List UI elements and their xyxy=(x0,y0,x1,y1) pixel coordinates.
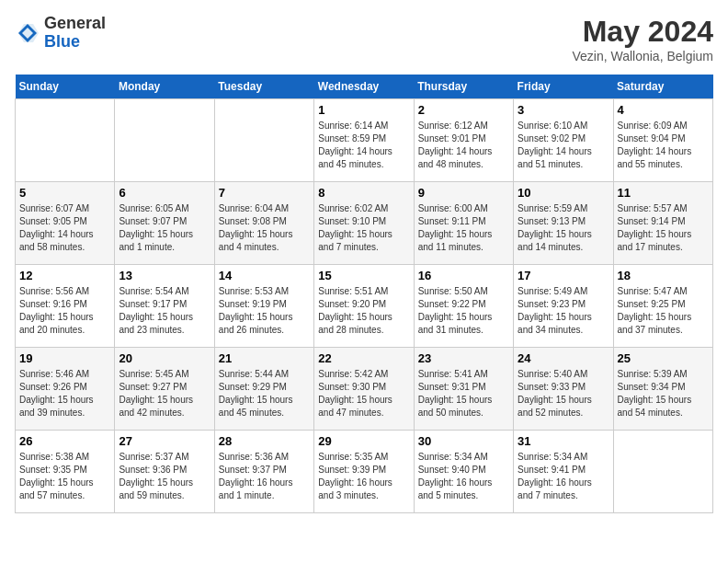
calendar-week-2: 5Sunrise: 6:07 AM Sunset: 9:05 PM Daylig… xyxy=(16,182,713,265)
day-info: Sunrise: 5:41 AM Sunset: 9:31 PM Dayligh… xyxy=(418,368,509,419)
calendar-header: SundayMondayTuesdayWednesdayThursdayFrid… xyxy=(16,75,713,99)
day-info: Sunrise: 6:05 AM Sunset: 9:07 PM Dayligh… xyxy=(119,202,210,254)
day-info: Sunrise: 6:12 AM Sunset: 9:01 PM Dayligh… xyxy=(418,120,509,171)
calendar-cell: 10Sunrise: 5:59 AM Sunset: 9:13 PM Dayli… xyxy=(514,182,613,265)
calendar-cell: 8Sunrise: 6:02 AM Sunset: 9:10 PM Daylig… xyxy=(314,182,414,265)
day-number: 5 xyxy=(19,186,110,200)
calendar-cell: 2Sunrise: 6:12 AM Sunset: 9:01 PM Daylig… xyxy=(414,99,513,182)
calendar-cell: 3Sunrise: 6:10 AM Sunset: 9:02 PM Daylig… xyxy=(514,99,613,182)
calendar-cell xyxy=(613,431,712,513)
calendar-cell: 31Sunrise: 5:34 AM Sunset: 9:41 PM Dayli… xyxy=(514,431,613,513)
day-info: Sunrise: 6:00 AM Sunset: 9:11 PM Dayligh… xyxy=(418,202,509,254)
day-number: 23 xyxy=(418,351,509,365)
day-info: Sunrise: 5:35 AM Sunset: 9:39 PM Dayligh… xyxy=(318,451,409,502)
day-info: Sunrise: 5:51 AM Sunset: 9:20 PM Dayligh… xyxy=(318,285,409,337)
day-info: Sunrise: 5:53 AM Sunset: 9:19 PM Dayligh… xyxy=(219,285,310,337)
day-number: 31 xyxy=(518,434,609,448)
day-number: 7 xyxy=(219,186,310,200)
calendar-cell: 21Sunrise: 5:44 AM Sunset: 9:29 PM Dayli… xyxy=(214,348,313,431)
day-info: Sunrise: 5:56 AM Sunset: 9:16 PM Dayligh… xyxy=(19,285,110,337)
day-info: Sunrise: 5:40 AM Sunset: 9:33 PM Dayligh… xyxy=(518,368,609,419)
calendar-cell: 29Sunrise: 5:35 AM Sunset: 9:39 PM Dayli… xyxy=(314,431,414,513)
logo: General Blue xyxy=(15,15,106,52)
day-number: 27 xyxy=(119,434,210,448)
weekday-header-thursday: Thursday xyxy=(414,75,513,99)
calendar-cell xyxy=(214,99,313,182)
day-info: Sunrise: 5:46 AM Sunset: 9:26 PM Dayligh… xyxy=(19,368,110,419)
day-number: 10 xyxy=(518,186,609,200)
day-info: Sunrise: 5:34 AM Sunset: 9:40 PM Dayligh… xyxy=(418,451,509,502)
weekday-header-monday: Monday xyxy=(115,75,214,99)
calendar-cell: 23Sunrise: 5:41 AM Sunset: 9:31 PM Dayli… xyxy=(414,348,513,431)
calendar-cell: 11Sunrise: 5:57 AM Sunset: 9:14 PM Dayli… xyxy=(613,182,712,265)
day-number: 1 xyxy=(318,103,409,117)
calendar-cell: 17Sunrise: 5:49 AM Sunset: 9:23 PM Dayli… xyxy=(514,265,613,348)
day-number: 8 xyxy=(318,186,409,200)
day-info: Sunrise: 6:14 AM Sunset: 8:59 PM Dayligh… xyxy=(318,120,409,171)
day-number: 20 xyxy=(119,351,210,365)
calendar-table: SundayMondayTuesdayWednesdayThursdayFrid… xyxy=(15,75,713,513)
calendar-cell: 28Sunrise: 5:36 AM Sunset: 9:37 PM Dayli… xyxy=(214,431,313,513)
calendar-week-5: 26Sunrise: 5:38 AM Sunset: 9:35 PM Dayli… xyxy=(16,431,713,513)
calendar-body: 1Sunrise: 6:14 AM Sunset: 8:59 PM Daylig… xyxy=(16,99,713,513)
weekday-header-wednesday: Wednesday xyxy=(314,75,414,99)
day-info: Sunrise: 5:39 AM Sunset: 9:34 PM Dayligh… xyxy=(618,368,709,419)
calendar-cell: 9Sunrise: 6:00 AM Sunset: 9:11 PM Daylig… xyxy=(414,182,513,265)
day-number: 3 xyxy=(518,103,609,117)
day-info: Sunrise: 5:45 AM Sunset: 9:27 PM Dayligh… xyxy=(119,368,210,419)
calendar-cell: 18Sunrise: 5:47 AM Sunset: 9:25 PM Dayli… xyxy=(613,265,712,348)
calendar-cell: 7Sunrise: 6:04 AM Sunset: 9:08 PM Daylig… xyxy=(214,182,313,265)
day-number: 13 xyxy=(119,269,210,282)
day-info: Sunrise: 6:09 AM Sunset: 9:04 PM Dayligh… xyxy=(618,120,709,171)
day-info: Sunrise: 6:04 AM Sunset: 9:08 PM Dayligh… xyxy=(219,202,310,254)
day-number: 22 xyxy=(318,351,409,365)
calendar-cell xyxy=(16,99,115,182)
calendar-cell: 24Sunrise: 5:40 AM Sunset: 9:33 PM Dayli… xyxy=(514,348,613,431)
day-number: 24 xyxy=(518,351,609,365)
logo-text-block: General Blue xyxy=(44,15,106,52)
day-info: Sunrise: 5:44 AM Sunset: 9:29 PM Dayligh… xyxy=(219,368,310,419)
day-info: Sunrise: 6:10 AM Sunset: 9:02 PM Dayligh… xyxy=(518,120,609,171)
day-info: Sunrise: 5:57 AM Sunset: 9:14 PM Dayligh… xyxy=(618,202,709,254)
day-number: 29 xyxy=(318,434,409,448)
logo-general: General xyxy=(44,14,106,32)
day-number: 14 xyxy=(219,269,310,282)
calendar-cell: 6Sunrise: 6:05 AM Sunset: 9:07 PM Daylig… xyxy=(115,182,214,265)
calendar-cell: 13Sunrise: 5:54 AM Sunset: 9:17 PM Dayli… xyxy=(115,265,214,348)
title-block: May 2024 Vezin, Wallonia, Belgium xyxy=(572,15,713,63)
weekday-header-friday: Friday xyxy=(514,75,613,99)
calendar-cell xyxy=(115,99,214,182)
day-number: 12 xyxy=(19,269,110,282)
calendar-cell: 26Sunrise: 5:38 AM Sunset: 9:35 PM Dayli… xyxy=(16,431,115,513)
day-number: 6 xyxy=(119,186,210,200)
day-info: Sunrise: 5:34 AM Sunset: 9:41 PM Dayligh… xyxy=(518,451,609,502)
calendar-cell: 19Sunrise: 5:46 AM Sunset: 9:26 PM Dayli… xyxy=(16,348,115,431)
day-number: 16 xyxy=(418,269,509,282)
day-info: Sunrise: 5:50 AM Sunset: 9:22 PM Dayligh… xyxy=(418,285,509,337)
calendar-cell: 22Sunrise: 5:42 AM Sunset: 9:30 PM Dayli… xyxy=(314,348,414,431)
location-subtitle: Vezin, Wallonia, Belgium xyxy=(572,49,713,63)
calendar-cell: 16Sunrise: 5:50 AM Sunset: 9:22 PM Dayli… xyxy=(414,265,513,348)
calendar-week-4: 19Sunrise: 5:46 AM Sunset: 9:26 PM Dayli… xyxy=(16,348,713,431)
day-info: Sunrise: 5:38 AM Sunset: 9:35 PM Dayligh… xyxy=(19,451,110,502)
day-number: 21 xyxy=(219,351,310,365)
calendar-cell: 1Sunrise: 6:14 AM Sunset: 8:59 PM Daylig… xyxy=(314,99,414,182)
day-number: 9 xyxy=(418,186,509,200)
calendar-cell: 4Sunrise: 6:09 AM Sunset: 9:04 PM Daylig… xyxy=(613,99,712,182)
day-number: 18 xyxy=(618,269,709,282)
weekday-header-tuesday: Tuesday xyxy=(214,75,313,99)
calendar-cell: 20Sunrise: 5:45 AM Sunset: 9:27 PM Dayli… xyxy=(115,348,214,431)
day-number: 30 xyxy=(418,434,509,448)
day-number: 11 xyxy=(618,186,709,200)
day-number: 19 xyxy=(19,351,110,365)
calendar-cell: 27Sunrise: 5:37 AM Sunset: 9:36 PM Dayli… xyxy=(115,431,214,513)
month-title: May 2024 xyxy=(572,15,713,49)
calendar-cell: 14Sunrise: 5:53 AM Sunset: 9:19 PM Dayli… xyxy=(214,265,313,348)
calendar-cell: 30Sunrise: 5:34 AM Sunset: 9:40 PM Dayli… xyxy=(414,431,513,513)
day-info: Sunrise: 6:07 AM Sunset: 9:05 PM Dayligh… xyxy=(19,202,110,254)
logo-name: General Blue xyxy=(44,15,106,52)
day-info: Sunrise: 5:37 AM Sunset: 9:36 PM Dayligh… xyxy=(119,451,210,502)
calendar-cell: 25Sunrise: 5:39 AM Sunset: 9:34 PM Dayli… xyxy=(613,348,712,431)
day-info: Sunrise: 5:54 AM Sunset: 9:17 PM Dayligh… xyxy=(119,285,210,337)
logo-icon xyxy=(15,20,40,46)
